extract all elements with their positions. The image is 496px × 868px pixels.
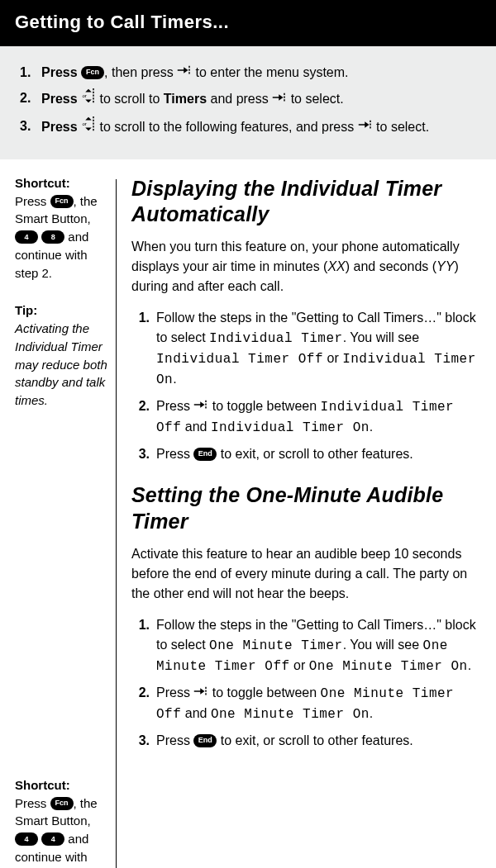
section-a-title: Displaying the Individual Timer Automati… bbox=[131, 176, 478, 228]
text: to toggle between bbox=[208, 685, 320, 700]
sidebar: Shortcut: Press Fcn, the Smart Button, 4… bbox=[0, 174, 116, 868]
text: , then press bbox=[104, 65, 177, 79]
step-body: Press to toggle between One Minute Timer… bbox=[156, 683, 478, 724]
text: Press bbox=[156, 447, 193, 461]
section-b-step-1: 1. Follow the steps in the "Getting to C… bbox=[131, 615, 478, 676]
label-press: Press bbox=[41, 120, 81, 134]
step-body: Follow the steps in the "Getting to Call… bbox=[156, 615, 478, 676]
svg-marker-8 bbox=[85, 100, 92, 103]
shortcut-1: Shortcut: Press Fcn, the Smart Button, 4… bbox=[15, 174, 109, 282]
step-1: 1. Press Fcn, then press to enter the me… bbox=[20, 63, 476, 83]
var-xx: XX bbox=[327, 259, 345, 273]
arrow-right-icon bbox=[177, 62, 192, 83]
spacer bbox=[15, 429, 109, 776]
section-b-title: Setting the One-Minute Audible Timer bbox=[131, 482, 478, 534]
step-body: Press End to exit, or scroll to other fe… bbox=[156, 444, 478, 464]
svg-marker-24 bbox=[201, 688, 205, 695]
lcd-text: Individual Timer On bbox=[211, 420, 370, 435]
section-a-step-2: 2. Press to toggle between Individual Ti… bbox=[131, 396, 478, 438]
text: Press bbox=[15, 796, 50, 810]
step-2: 2. Press or to scroll to Timers and pres… bbox=[20, 88, 476, 111]
section-b-step-3: 3. Press End to exit, or scroll to other… bbox=[131, 731, 478, 751]
step-body: Press to toggle between Individual Timer… bbox=[156, 396, 478, 438]
text: . bbox=[468, 658, 471, 672]
lcd-text: One Minute Timer On bbox=[211, 707, 370, 722]
step-3: 3. Press or to scroll to the following f… bbox=[20, 116, 476, 140]
key-8-icon: 8 bbox=[41, 230, 64, 244]
end-key-icon: End bbox=[193, 734, 217, 747]
text: . bbox=[173, 372, 176, 386]
header-title: Getting to Call Timers... bbox=[15, 12, 229, 32]
text: Press bbox=[15, 194, 50, 208]
text: . You will see bbox=[343, 330, 420, 344]
text: to scroll to the following features, and… bbox=[96, 120, 358, 134]
step-body: Follow the steps in the "Getting to Call… bbox=[156, 308, 478, 390]
text: and bbox=[181, 420, 211, 434]
tip-text: Activating the Individual Timer may redu… bbox=[15, 320, 109, 410]
section-b-step-2: 2. Press to toggle between One Minute Ti… bbox=[131, 683, 478, 724]
step-number: 3. bbox=[131, 444, 156, 464]
section-a-step-3: 3. Press End to exit, or scroll to other… bbox=[131, 444, 478, 464]
step-body: Press or to scroll to Timers and press t… bbox=[41, 88, 476, 111]
step-number: 3. bbox=[20, 116, 41, 140]
step-number: 2. bbox=[20, 88, 41, 111]
svg-marker-15 bbox=[85, 127, 92, 130]
fcn-key-icon: Fcn bbox=[81, 66, 104, 79]
fcn-key-icon: Fcn bbox=[50, 797, 74, 810]
svg-marker-13 bbox=[85, 117, 92, 121]
section-a-step-1: 1. Follow the steps in the "Getting to C… bbox=[131, 308, 478, 390]
text: and press bbox=[207, 92, 272, 106]
page-header: Getting to Call Timers... bbox=[0, 0, 496, 46]
key-4-icon: 4 bbox=[41, 832, 64, 846]
key-4-icon: 4 bbox=[15, 832, 38, 846]
text: . bbox=[370, 706, 373, 720]
text: Press bbox=[156, 685, 193, 700]
text: to select. bbox=[373, 120, 429, 134]
target: Timers bbox=[164, 92, 207, 106]
tip-block: Tip: Activating the Individual Timer may… bbox=[15, 301, 109, 410]
text: . You will see bbox=[343, 638, 423, 652]
step-number: 1. bbox=[131, 308, 156, 390]
text: to exit, or scroll to other features. bbox=[217, 733, 413, 747]
text: ) and seconds ( bbox=[346, 259, 436, 273]
scroll-up-down-icon: or bbox=[81, 116, 96, 139]
getting-to-steps: 1. Press Fcn, then press to enter the me… bbox=[0, 46, 496, 159]
text: to enter the menu system. bbox=[192, 65, 348, 79]
step-body: Press End to exit, or scroll to other fe… bbox=[156, 731, 478, 751]
step-number: 1. bbox=[20, 63, 41, 83]
step-number: 3. bbox=[131, 731, 156, 751]
lcd-text: One Minute Timer On bbox=[309, 659, 468, 674]
step-body: Press Fcn, then press to enter the menu … bbox=[41, 63, 476, 83]
text: to toggle between bbox=[208, 399, 320, 413]
text: Press bbox=[156, 399, 193, 413]
svg-marker-11 bbox=[279, 94, 283, 101]
scroll-up-down-icon: or bbox=[81, 88, 96, 111]
main-content: Displaying the Individual Timer Automati… bbox=[117, 174, 496, 868]
tip-label: Tip: bbox=[15, 301, 109, 320]
arrow-right-icon bbox=[358, 116, 373, 137]
lcd-text: One Minute Timer bbox=[209, 638, 343, 653]
svg-text:or: or bbox=[83, 121, 87, 126]
step-number: 2. bbox=[131, 683, 156, 724]
label-press: Press bbox=[41, 65, 81, 79]
shortcut-label: Shortcut: bbox=[15, 174, 109, 192]
text: to scroll to bbox=[96, 92, 164, 106]
svg-marker-4 bbox=[184, 68, 188, 74]
section-a-intro: When you turn this feature on, your phon… bbox=[131, 237, 478, 296]
svg-text:or: or bbox=[83, 93, 87, 98]
key-4-icon: 4 bbox=[15, 230, 38, 244]
arrow-right-icon bbox=[193, 683, 208, 703]
var-yy: YY bbox=[436, 259, 454, 273]
text: to select. bbox=[287, 92, 343, 106]
text: to exit, or scroll to other features. bbox=[217, 447, 413, 461]
step-number: 2. bbox=[131, 396, 156, 438]
svg-marker-18 bbox=[365, 122, 369, 129]
content-area: Shortcut: Press Fcn, the Smart Button, 4… bbox=[0, 159, 496, 868]
step-body: Press or to scroll to the following feat… bbox=[41, 116, 476, 140]
label-press: Press bbox=[41, 92, 81, 106]
svg-marker-6 bbox=[85, 89, 92, 92]
svg-marker-21 bbox=[201, 401, 205, 408]
arrow-right-icon bbox=[193, 396, 208, 416]
arrow-right-icon bbox=[272, 89, 287, 110]
lcd-text: Individual Timer Off bbox=[156, 352, 323, 367]
